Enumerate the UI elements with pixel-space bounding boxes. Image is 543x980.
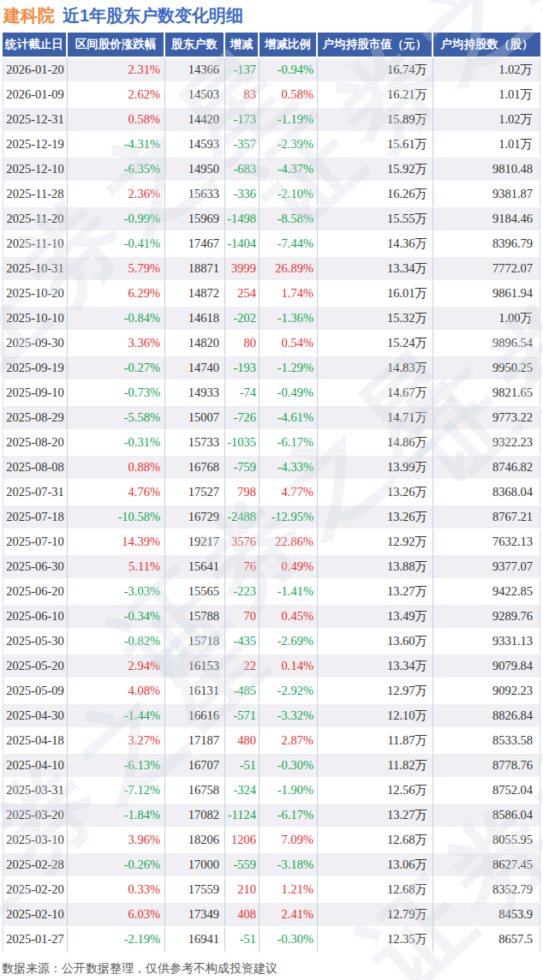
cell-avg-market-value: 12.56万: [318, 779, 433, 804]
cell-date: 2025-10-20: [3, 282, 68, 307]
cell-holders: 14366: [165, 58, 225, 83]
cell-date: 2025-03-20: [3, 804, 68, 828]
cell-avg-market-value: 12.97万: [318, 679, 433, 704]
cell-price-change: -0.82%: [68, 630, 165, 654]
cell-avg-shares: 8586.04: [433, 804, 540, 828]
title-text: 近1年股东户数变化明细: [63, 6, 243, 25]
cell-change: 1206: [225, 828, 260, 853]
cell-date: 2025-09-30: [3, 332, 68, 356]
cell-avg-shares: 8533.58: [433, 729, 540, 754]
table-row: 2025-10-315.79%18871399926.89%13.34万7772…: [3, 257, 540, 282]
cell-price-change: -3.03%: [68, 580, 165, 605]
cell-holders: 14503: [165, 83, 225, 108]
cell-avg-market-value: 16.26万: [318, 182, 433, 207]
cell-change: 70: [225, 605, 260, 630]
cell-change-ratio: 2.41%: [260, 903, 318, 928]
cell-avg-market-value: 15.92万: [318, 158, 433, 182]
cell-holders: 15633: [165, 182, 225, 207]
cell-change-ratio: -0.30%: [260, 754, 318, 779]
table-row: 2025-02-28-0.26%17000-559-3.18%13.06万862…: [3, 853, 540, 878]
cell-avg-market-value: 16.01万: [318, 282, 433, 307]
table-row: 2025-08-080.88%16768-759-4.33%13.99万8746…: [3, 456, 540, 481]
cell-change-ratio: -2.69%: [260, 630, 318, 654]
cell-holders: 15733: [165, 431, 225, 456]
cell-avg-shares: 9331.13: [433, 630, 540, 654]
cell-change: 22: [225, 654, 260, 679]
cell-avg-shares: 7772.07: [433, 257, 540, 282]
col-header-change: 增减: [225, 33, 260, 58]
cell-avg-shares: 8746.82: [433, 456, 540, 481]
cell-change-ratio: -8.58%: [260, 207, 318, 232]
cell-price-change: -4.31%: [68, 133, 165, 158]
table-row: 2025-05-094.08%16131-485-2.92%12.97万9092…: [3, 679, 540, 704]
cell-avg-shares: 9810.48: [433, 158, 540, 182]
cell-change: -357: [225, 133, 260, 158]
cell-date: 2025-01-27: [3, 928, 68, 953]
table-row: 2025-03-103.96%1820612067.09%12.68万8055.…: [3, 828, 540, 853]
cell-price-change: -2.19%: [68, 928, 165, 953]
cell-holders: 18206: [165, 828, 225, 853]
cell-holders: 15641: [165, 555, 225, 580]
cell-avg-shares: 1.02万: [433, 108, 540, 133]
table-row: 2025-12-310.58%14420-173-1.19%15.89万1.02…: [3, 108, 540, 133]
cell-change: 80: [225, 332, 260, 356]
cell-date: 2025-11-20: [3, 207, 68, 232]
shareholder-table: 统计截止日区间股价涨跌幅股东户数增减增减比例户均持股市值（元）户均持股数（股） …: [3, 33, 540, 953]
cell-change: 83: [225, 83, 260, 108]
cell-avg-shares: 9821.65: [433, 381, 540, 406]
cell-avg-market-value: 14.36万: [318, 232, 433, 257]
cell-avg-shares: 9092.23: [433, 679, 540, 704]
cell-avg-market-value: 12.68万: [318, 878, 433, 903]
cell-avg-shares: 8778.76: [433, 754, 540, 779]
cell-date: 2025-09-10: [3, 381, 68, 406]
cell-holders: 16941: [165, 928, 225, 953]
cell-change: -759: [225, 456, 260, 481]
cell-change: 3576: [225, 530, 260, 555]
table-row: 2025-03-31-7.12%16758-324-1.90%12.56万875…: [3, 779, 540, 804]
cell-change: -193: [225, 356, 260, 381]
cell-holders: 17000: [165, 853, 225, 878]
table-row: 2025-05-202.94%16153220.14%13.34万9079.84: [3, 654, 540, 679]
cell-avg-shares: 9079.84: [433, 654, 540, 679]
cell-price-change: 2.94%: [68, 654, 165, 679]
cell-date: 2025-12-10: [3, 158, 68, 182]
cell-change: -683: [225, 158, 260, 182]
table-row: 2025-02-106.03%173494082.41%12.79万8453.9: [3, 903, 540, 928]
table-row: 2026-01-202.31%14366-137-0.94%16.74万1.02…: [3, 58, 540, 83]
cell-avg-market-value: 13.27万: [318, 804, 433, 828]
cell-change: -137: [225, 58, 260, 83]
cell-date: 2025-06-30: [3, 555, 68, 580]
cell-price-change: 3.36%: [68, 332, 165, 356]
cell-change-ratio: -3.18%: [260, 853, 318, 878]
cell-avg-shares: 9184.46: [433, 207, 540, 232]
table-row: 2025-04-30-1.44%16616-571-3.32%12.10万882…: [3, 704, 540, 729]
cell-price-change: -1.44%: [68, 704, 165, 729]
cell-price-change: -0.73%: [68, 381, 165, 406]
cell-change: 798: [225, 481, 260, 505]
cell-price-change: -0.84%: [68, 307, 165, 332]
cell-date: 2025-08-20: [3, 431, 68, 456]
cell-avg-market-value: 11.82万: [318, 754, 433, 779]
cell-change: 210: [225, 878, 260, 903]
cell-holders: 14618: [165, 307, 225, 332]
cell-change-ratio: 0.45%: [260, 605, 318, 630]
table-row: 2025-11-10-0.41%17467-1404-7.44%14.36万83…: [3, 232, 540, 257]
table-row: 2026-01-092.62%14503830.58%16.21万1.01万: [3, 83, 540, 108]
col-header-change-ratio: 增减比例: [260, 33, 318, 58]
cell-change: -1124: [225, 804, 260, 828]
table-header-row: 统计截止日区间股价涨跌幅股东户数增减增减比例户均持股市值（元）户均持股数（股）: [3, 33, 540, 58]
cell-change: -173: [225, 108, 260, 133]
cell-price-change: 2.36%: [68, 182, 165, 207]
cell-price-change: -0.26%: [68, 853, 165, 878]
cell-change: -571: [225, 704, 260, 729]
table-row: 2025-09-303.36%14820800.54%15.24万9896.54: [3, 332, 540, 356]
cell-price-change: 0.58%: [68, 108, 165, 133]
cell-avg-market-value: 15.61万: [318, 133, 433, 158]
cell-holders: 16707: [165, 754, 225, 779]
table-row: 2025-02-200.33%175592101.21%12.68万8352.7…: [3, 878, 540, 903]
table-row: 2025-06-305.11%15641760.49%13.88万9377.07: [3, 555, 540, 580]
cell-price-change: -5.58%: [68, 406, 165, 431]
cell-price-change: -0.31%: [68, 431, 165, 456]
cell-holders: 14950: [165, 158, 225, 182]
table-row: 2025-04-183.27%171874802.87%11.87万8533.5…: [3, 729, 540, 754]
